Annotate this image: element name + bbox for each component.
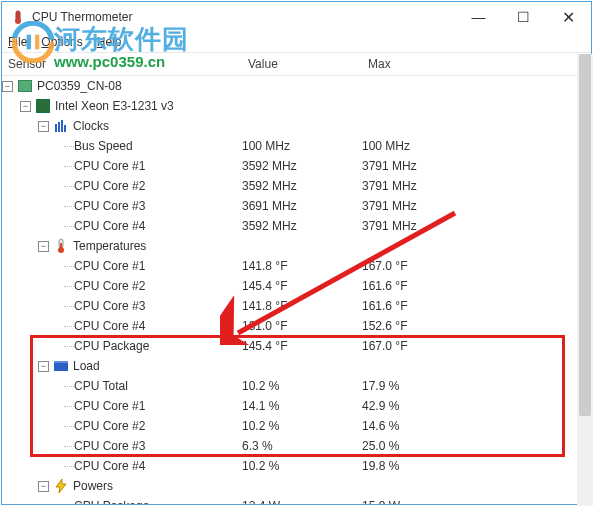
node-label: Load bbox=[73, 359, 100, 373]
node-section-temperatures[interactable]: −Temperatures bbox=[2, 236, 591, 256]
scrollbar-thumb[interactable] bbox=[579, 54, 591, 416]
value-cell: 145.4 °F bbox=[242, 339, 362, 353]
node-sensor[interactable]: CPU Core #410.2 %19.8 % bbox=[2, 456, 591, 476]
svg-rect-8 bbox=[60, 243, 62, 249]
svg-point-1 bbox=[15, 18, 21, 24]
node-label: Clocks bbox=[73, 119, 109, 133]
node-sensor[interactable]: CPU Core #13592 MHz3791 MHz bbox=[2, 156, 591, 176]
menubar: File Options Help bbox=[2, 32, 591, 52]
value-cell: 6.3 % bbox=[242, 439, 362, 453]
col-sensor[interactable]: Sensor bbox=[2, 57, 242, 71]
node-sensor[interactable]: CPU Core #4131.0 °F152.6 °F bbox=[2, 316, 591, 336]
node-label: CPU Core #2 bbox=[74, 179, 145, 193]
node-sensor[interactable]: CPU Package145.4 °F167.0 °F bbox=[2, 336, 591, 356]
node-label: CPU Core #1 bbox=[74, 159, 145, 173]
node-icon bbox=[53, 358, 69, 374]
col-value[interactable]: Value bbox=[242, 57, 362, 71]
node-sensor[interactable]: CPU Package12.4 W15.9 W bbox=[2, 496, 591, 504]
value-cell: 3592 MHz bbox=[242, 159, 362, 173]
scrollbar[interactable] bbox=[577, 54, 593, 506]
expander-icon[interactable]: − bbox=[38, 121, 49, 132]
minimize-button[interactable]: — bbox=[456, 2, 501, 32]
expander-icon[interactable]: − bbox=[20, 101, 31, 112]
node-label: Temperatures bbox=[73, 239, 146, 253]
node-computer[interactable]: −PC0359_CN-08 bbox=[2, 76, 591, 96]
menu-options[interactable]: Options bbox=[41, 35, 82, 49]
node-section-clocks[interactable]: −Clocks bbox=[2, 116, 591, 136]
svg-rect-4 bbox=[61, 120, 63, 132]
node-label: CPU Core #4 bbox=[74, 459, 145, 473]
node-label: CPU Core #4 bbox=[74, 219, 145, 233]
node-sensor[interactable]: CPU Core #210.2 %14.6 % bbox=[2, 416, 591, 436]
node-label: CPU Core #4 bbox=[74, 319, 145, 333]
close-button[interactable]: ✕ bbox=[546, 2, 591, 32]
app-icon bbox=[10, 9, 26, 25]
max-cell: 3791 MHz bbox=[362, 179, 482, 193]
node-sensor[interactable]: CPU Core #3141.8 °F161.6 °F bbox=[2, 296, 591, 316]
max-cell: 17.9 % bbox=[362, 379, 482, 393]
value-cell: 3592 MHz bbox=[242, 219, 362, 233]
node-icon bbox=[53, 238, 69, 254]
node-sensor[interactable]: CPU Core #1141.8 °F167.0 °F bbox=[2, 256, 591, 276]
value-cell: 12.4 W bbox=[242, 499, 362, 504]
max-cell: 100 MHz bbox=[362, 139, 482, 153]
node-sensor[interactable]: CPU Core #2145.4 °F161.6 °F bbox=[2, 276, 591, 296]
max-cell: 19.8 % bbox=[362, 459, 482, 473]
app-window: CPU Thermometer — ☐ ✕ File Options Help … bbox=[1, 1, 592, 505]
node-sensor[interactable]: Bus Speed100 MHz100 MHz bbox=[2, 136, 591, 156]
node-label: PC0359_CN-08 bbox=[37, 79, 122, 93]
node-sensor[interactable]: CPU Core #33691 MHz3791 MHz bbox=[2, 196, 591, 216]
node-sensor[interactable]: CPU Core #114.1 %42.9 % bbox=[2, 396, 591, 416]
expander-icon[interactable]: − bbox=[38, 481, 49, 492]
node-sensor[interactable]: CPU Total10.2 %17.9 % bbox=[2, 376, 591, 396]
node-sensor[interactable]: CPU Core #23592 MHz3791 MHz bbox=[2, 176, 591, 196]
max-cell: 3791 MHz bbox=[362, 159, 482, 173]
maximize-button[interactable]: ☐ bbox=[501, 2, 546, 32]
node-sensor[interactable]: CPU Core #36.3 %25.0 % bbox=[2, 436, 591, 456]
menu-file[interactable]: File bbox=[8, 35, 27, 49]
value-cell: 100 MHz bbox=[242, 139, 362, 153]
sensor-tree[interactable]: −PC0359_CN-08−Intel Xeon E3-1231 v3−Cloc… bbox=[2, 76, 591, 504]
node-icon bbox=[35, 98, 51, 114]
node-sensor[interactable]: CPU Core #43592 MHz3791 MHz bbox=[2, 216, 591, 236]
node-label: CPU Total bbox=[74, 379, 128, 393]
expander-icon[interactable]: − bbox=[38, 241, 49, 252]
node-icon bbox=[53, 478, 69, 494]
node-label: CPU Core #1 bbox=[74, 259, 145, 273]
expander-icon[interactable]: − bbox=[38, 361, 49, 372]
node-label: Powers bbox=[73, 479, 113, 493]
node-label: CPU Core #3 bbox=[74, 299, 145, 313]
titlebar[interactable]: CPU Thermometer — ☐ ✕ bbox=[2, 2, 591, 32]
col-max[interactable]: Max bbox=[362, 57, 482, 71]
value-cell: 3691 MHz bbox=[242, 199, 362, 213]
max-cell: 161.6 °F bbox=[362, 279, 482, 293]
value-cell: 10.2 % bbox=[242, 379, 362, 393]
node-label: Intel Xeon E3-1231 v3 bbox=[55, 99, 174, 113]
svg-rect-3 bbox=[58, 122, 60, 132]
column-header: Sensor Value Max bbox=[2, 52, 591, 76]
max-cell: 15.9 W bbox=[362, 499, 482, 504]
node-section-powers[interactable]: −Powers bbox=[2, 476, 591, 496]
max-cell: 3791 MHz bbox=[362, 219, 482, 233]
node-label: CPU Core #1 bbox=[74, 399, 145, 413]
max-cell: 25.0 % bbox=[362, 439, 482, 453]
node-label: CPU Core #2 bbox=[74, 419, 145, 433]
node-icon bbox=[53, 118, 69, 134]
value-cell: 3592 MHz bbox=[242, 179, 362, 193]
node-cpu[interactable]: −Intel Xeon E3-1231 v3 bbox=[2, 96, 591, 116]
node-section-load[interactable]: −Load bbox=[2, 356, 591, 376]
max-cell: 3791 MHz bbox=[362, 199, 482, 213]
window-title: CPU Thermometer bbox=[32, 10, 456, 24]
max-cell: 167.0 °F bbox=[362, 259, 482, 273]
max-cell: 14.6 % bbox=[362, 419, 482, 433]
expander-icon[interactable]: − bbox=[2, 81, 13, 92]
node-icon bbox=[17, 78, 33, 94]
value-cell: 10.2 % bbox=[242, 419, 362, 433]
menu-help[interactable]: Help bbox=[97, 35, 122, 49]
value-cell: 141.8 °F bbox=[242, 299, 362, 313]
max-cell: 167.0 °F bbox=[362, 339, 482, 353]
value-cell: 145.4 °F bbox=[242, 279, 362, 293]
node-label: CPU Package bbox=[74, 499, 149, 504]
node-label: CPU Core #3 bbox=[74, 199, 145, 213]
window-controls: — ☐ ✕ bbox=[456, 2, 591, 32]
